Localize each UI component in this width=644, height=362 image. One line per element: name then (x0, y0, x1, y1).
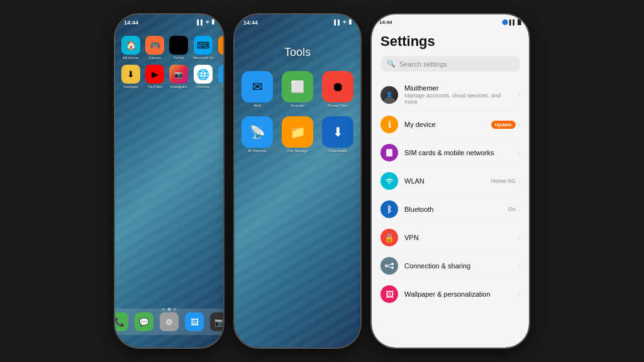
connection-title: Connection & sharing (404, 262, 512, 270)
phone-1-home: 🏠 Mi Home 🎮 Games ♪ TikTok ⌨ Microsoft S… (115, 14, 223, 348)
settings-item-bluetooth[interactable]: ᛒ Bluetooth On › (380, 195, 520, 224)
tools-file-manager[interactable]: 📁 File Manager (282, 116, 313, 153)
vpn-icon: 🔒 (380, 229, 398, 246)
tools-screen-recorder[interactable]: ⏺ Screen Recorder (322, 71, 353, 107)
tools-scanner-label: Scanner (291, 104, 304, 107)
settings-screen: 14:44 🔵 ▌▌ ▉ Settings 🔍 Search settings (372, 14, 529, 348)
svg-line-5 (387, 266, 391, 268)
dock-gallery[interactable]: 🖼 (185, 312, 204, 331)
my-device-right: Update › (491, 121, 520, 129)
app-getapps[interactable]: ⬇ GetApps (121, 65, 140, 89)
app-youtube[interactable]: ▶ YouTube (145, 65, 164, 89)
sim-icon (380, 144, 398, 162)
my-device-chevron: › (518, 121, 520, 128)
settings-page-title: Settings (380, 33, 520, 50)
dock-camera[interactable]: 📷 (210, 312, 223, 331)
wallpaper-icon: 🖼 (380, 285, 398, 303)
tools-downloads[interactable]: ⬇ Downloads (322, 116, 353, 153)
vpn-title: VPN (404, 234, 512, 241)
app-vlc[interactable]: ▶ VLC (218, 36, 223, 60)
tools-file-mgr-icon: 📁 (282, 116, 313, 148)
tools-mail[interactable]: ✉ Mail (242, 71, 273, 107)
settings-item-wlan[interactable]: WLAN Home-5G › (380, 167, 520, 195)
settings-status-icons: 🔵 ▌▌ ▉ (502, 19, 521, 25)
wlan-icon (380, 172, 398, 190)
connection-icon (380, 257, 398, 275)
update-badge[interactable]: Update (491, 121, 516, 129)
connection-svg (384, 261, 394, 271)
settings-search-bar[interactable]: 🔍 Search settings (380, 56, 520, 72)
settings-item-sim[interactable]: SIM cards & mobile networks › (380, 139, 520, 167)
tools-file-mgr-label: File Manager (287, 149, 308, 153)
app-instagram-label: Instagram (170, 85, 187, 89)
settings-item-wallpaper[interactable]: 🖼 Wallpaper & personalization › (380, 280, 520, 308)
svg-point-3 (391, 266, 394, 269)
app-chrome-label: Chrome (196, 85, 209, 89)
sim-content: SIM cards & mobile networks (404, 149, 512, 156)
connection-right: › (518, 263, 520, 270)
wallpaper-title: Wallpaper & personalization (404, 290, 512, 298)
app-instagram-icon: 📷 (169, 65, 188, 84)
tools-mi-remote-label: Mi Remote (248, 149, 266, 153)
phone-3-screen: 14:44 🔵 ▌▌ ▉ Settings 🔍 Search settings (372, 14, 529, 348)
bluetooth-icon: ᛒ (380, 200, 398, 218)
connection-content: Connection & sharing (404, 262, 512, 270)
wlan-svg (384, 177, 394, 185)
wlan-right: Home-5G › (491, 178, 520, 185)
phone-1-status-bar: 14:44 ▌▌ ᯤ ▉ (115, 14, 223, 28)
miuithemer-subtitle: Manage accounts, cloud services, and mor… (404, 92, 512, 105)
phone-1-status-icons: ▌▌ ᯤ ▉ (197, 19, 214, 25)
app-games-icon: 🎮 (145, 36, 164, 55)
svg-rect-0 (386, 149, 392, 156)
app-chrome[interactable]: 🌐 Chrome (193, 65, 213, 89)
settings-item-my-device[interactable]: ℹ My device Update › (380, 111, 520, 139)
settings-time: 14:44 (379, 19, 392, 25)
search-input[interactable]: Search settings (399, 60, 447, 68)
phone-2: 14:44 ▌▌ ᯤ ▉ Tools ✉ Mail ⬜ Scanner ⏺ Sc… (235, 14, 360, 348)
app-tiktok-label: TikTok (173, 56, 184, 60)
app-youtube-icon: ▶ (145, 65, 164, 84)
vpn-content: VPN (404, 234, 512, 241)
app-twitter-icon: 🐦 (218, 65, 223, 84)
app-mi-home-label: Mi Home (123, 56, 138, 60)
bluetooth-title: Bluetooth (404, 206, 502, 213)
dock-phone[interactable]: 📞 (115, 312, 128, 331)
miuithemer-title: Miuithemer (404, 84, 512, 92)
app-instagram[interactable]: 📷 Instagram (169, 65, 188, 89)
settings-item-connection[interactable]: Connection & sharing › (380, 252, 520, 280)
vpn-chevron: › (518, 234, 520, 241)
app-games-label: Games (148, 56, 160, 60)
app-mi-home-icon: 🏠 (121, 36, 140, 55)
tools-title: Tools (235, 46, 360, 59)
settings-item-miuithemer[interactable]: 👤 Miuithemer Manage accounts, cloud serv… (380, 79, 520, 111)
bluetooth-status: On (508, 206, 516, 212)
phone-2-screen: 14:44 ▌▌ ᯤ ▉ Tools ✉ Mail ⬜ Scanner ⏺ Sc… (235, 14, 360, 348)
tools-scanner[interactable]: ⬜ Scanner (282, 71, 313, 107)
app-mi-home[interactable]: 🏠 Mi Home (121, 36, 140, 60)
app-microsoft[interactable]: ⌨ Microsoft SwiftKey (193, 36, 213, 60)
sim-title: SIM cards & mobile networks (404, 149, 512, 156)
dock-settings[interactable]: ⚙ (160, 312, 179, 331)
app-tiktok[interactable]: ♪ TikTok (169, 36, 188, 60)
settings-status-bar: 14:44 🔵 ▌▌ ▉ (372, 14, 529, 28)
phone-1-time: 14:44 (124, 19, 138, 26)
app-games[interactable]: 🎮 Games (145, 36, 164, 60)
tools-mi-remote-icon: 📡 (242, 116, 273, 148)
sim-chevron: › (518, 150, 520, 156)
app-tiktok-icon: ♪ (169, 36, 188, 55)
tools-downloads-icon: ⬇ (322, 116, 353, 148)
settings-item-vpn[interactable]: 🔒 VPN › (380, 224, 520, 252)
miuithemer-right: › (518, 91, 520, 98)
tools-downloads-label: Downloads (328, 149, 347, 153)
app-vlc-icon: ▶ (218, 36, 223, 55)
tools-mail-icon: ✉ (242, 71, 273, 102)
bluetooth-chevron: › (518, 206, 520, 213)
svg-line-4 (387, 265, 391, 266)
app-youtube-label: YouTube (147, 85, 162, 89)
dock-messages[interactable]: 💬 (135, 312, 153, 331)
tools-mi-remote[interactable]: 📡 Mi Remote (242, 116, 273, 153)
wlan-content: WLAN (404, 177, 485, 185)
tools-scanner-icon: ⬜ (282, 71, 313, 102)
app-twitter[interactable]: 🐦 Twitter (218, 65, 223, 89)
wallpaper-chevron: › (518, 291, 520, 298)
